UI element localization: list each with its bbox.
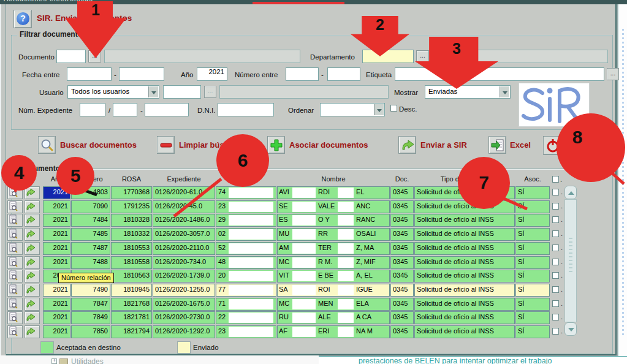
cell-numero[interactable]: 7490 [71, 284, 110, 297]
cell-doc[interactable]: 0345 [390, 284, 414, 297]
cell-nombre[interactable]: MCMENELA [277, 298, 390, 311]
cell-dni[interactable]: 48 [216, 256, 276, 269]
cell-numero[interactable]: 7849 [71, 311, 110, 324]
cell-asoc[interactable]: SÍ [515, 311, 550, 324]
cell-tipo[interactable]: Solicitud de oficio al INSS [414, 228, 515, 241]
row-view-document-button[interactable] [7, 242, 23, 255]
row-view-document-button[interactable] [7, 214, 23, 227]
cell-nombre[interactable]: AVIRDIEL [277, 186, 390, 199]
cell-tipo[interactable]: Solicitud de oficio al INSS [414, 325, 515, 338]
limpiar-busqueda-button[interactable] [157, 136, 175, 154]
anio-input[interactable]: 2021 [197, 67, 227, 81]
select-all-checkbox[interactable] [552, 176, 559, 183]
enviar-a-sir-button[interactable] [398, 136, 416, 154]
row-send-button[interactable] [25, 325, 40, 338]
row-select-checkbox[interactable] [552, 300, 559, 307]
cell-tipo[interactable]: Solicitud de oficio al INSS [414, 256, 515, 269]
chevron-down-icon[interactable] [374, 104, 384, 115]
cell-dni[interactable]: 23 [216, 200, 276, 213]
cell-rosa[interactable]: 1810563 [111, 270, 152, 282]
cell-expediente[interactable]: 0126/2020-2110.0 [153, 242, 215, 255]
fecha-hasta-input[interactable] [119, 67, 164, 81]
numero-hasta-input[interactable] [327, 67, 360, 81]
row-view-document-button[interactable] [7, 284, 23, 297]
dni-input[interactable] [218, 103, 274, 116]
cell-numero[interactable]: 7484 [71, 214, 110, 227]
cell-nombre[interactable]: RUALEA CA [277, 311, 390, 324]
cell-anio[interactable]: 2021 [43, 256, 70, 269]
cell-numero[interactable]: 7485 [71, 228, 110, 241]
cell-nombre[interactable]: MURROSALI [277, 228, 390, 241]
row-send-button[interactable] [25, 242, 40, 255]
cell-tipo[interactable]: Solicitud de oficio al INSS [414, 242, 515, 255]
cell-doc[interactable]: 0345 [390, 214, 414, 227]
cell-expediente[interactable]: 0126/2020-1292.0 [153, 325, 215, 338]
cell-asoc[interactable]: SÍ [515, 242, 550, 255]
cell-asoc[interactable]: SÍ [515, 214, 550, 227]
row-view-document-button[interactable] [7, 311, 23, 324]
row-select-checkbox[interactable] [552, 286, 559, 293]
cell-expediente[interactable]: 0126/2020-1486.0 [153, 214, 215, 227]
cell-doc[interactable]: 0345 [390, 311, 414, 324]
table-scrollbar-track[interactable] [564, 199, 577, 322]
help-button[interactable]: ? [13, 10, 32, 28]
cell-nombre[interactable]: AMTERZ, MA [277, 242, 390, 255]
cell-anio[interactable]: 2021 [43, 200, 70, 213]
cell-dni[interactable]: 71 [216, 298, 276, 311]
mostrar-dropdown[interactable]: Enviadas [425, 85, 511, 99]
row-view-document-button[interactable] [7, 270, 23, 282]
cell-asoc[interactable]: SÍ [515, 256, 550, 269]
cell-expediente[interactable]: 0126/2020-45.0 [153, 200, 215, 213]
expediente-num1-input[interactable] [113, 103, 137, 116]
cell-asoc[interactable]: SÍ [515, 200, 550, 213]
cell-dni[interactable]: 29 [216, 214, 276, 227]
cell-doc[interactable]: 0345 [390, 186, 414, 199]
row-select-checkbox[interactable] [552, 189, 559, 195]
buscar-documentos-button[interactable] [38, 136, 56, 154]
row-send-button[interactable] [25, 200, 40, 213]
cell-asoc[interactable]: SÍ [515, 270, 550, 282]
scroll-down-button[interactable] [564, 322, 577, 336]
cell-rosa[interactable]: 1770368 [111, 186, 152, 199]
cell-dni[interactable]: 23 [216, 325, 276, 338]
cell-numero[interactable]: 7487 [71, 242, 110, 255]
row-send-button[interactable] [25, 270, 40, 282]
cell-expediente[interactable]: 0126/2020-1675.0 [153, 298, 215, 311]
asociar-documentos-label[interactable]: Asociar documentos [289, 140, 368, 150]
fecha-desde-input[interactable] [67, 67, 112, 81]
cell-nombre[interactable]: VITE BEA, EL [277, 270, 390, 282]
excel-label[interactable]: Excel [510, 140, 531, 150]
ordenar-dropdown[interactable] [320, 103, 385, 116]
cell-doc[interactable]: 0345 [390, 242, 414, 255]
cell-rosa[interactable]: 1810328 [111, 214, 152, 227]
cell-asoc[interactable]: SÍ [515, 325, 550, 338]
cell-dni[interactable]: 20 [216, 270, 276, 282]
cell-rosa[interactable]: 1810945 [111, 284, 152, 297]
excel-button[interactable] [488, 136, 506, 154]
cell-expediente[interactable]: 0126/2020-734.0 [153, 256, 215, 269]
cell-numero[interactable]: 7488 [71, 256, 110, 269]
background-scrollbar[interactable] [618, 4, 627, 364]
cell-nombre[interactable]: MCR M.Z, MIF [277, 256, 390, 269]
cell-asoc[interactable]: SÍ [515, 284, 550, 297]
cell-doc[interactable]: 0345 [390, 228, 414, 241]
cell-anio[interactable]: 2021 [43, 298, 70, 311]
cell-nombre[interactable]: AFERINA M [277, 325, 390, 338]
numero-desde-input[interactable] [286, 67, 319, 81]
row-send-button[interactable] [25, 256, 40, 269]
usuario-dropdown[interactable]: Todos los usuarios [67, 85, 159, 99]
cell-doc[interactable]: 0345 [390, 298, 414, 311]
documento-input[interactable] [56, 50, 86, 63]
cell-rosa[interactable]: 1791235 [111, 200, 152, 213]
cell-rosa[interactable]: 1821794 [111, 325, 152, 338]
usuario-codigo-input[interactable] [163, 85, 201, 99]
cell-anio[interactable]: 2021 [43, 242, 70, 255]
cell-tipo[interactable]: Solicitud de oficio al INSS [414, 311, 515, 324]
cell-asoc[interactable]: SÍ [515, 186, 550, 199]
expediente-anio-input[interactable] [80, 103, 105, 116]
row-send-button[interactable] [25, 284, 40, 297]
row-view-document-button[interactable] [7, 325, 23, 338]
expediente-num2-input[interactable] [145, 103, 189, 116]
departamento-lookup-button[interactable]: ... [416, 50, 429, 63]
chevron-down-icon[interactable] [500, 86, 509, 97]
